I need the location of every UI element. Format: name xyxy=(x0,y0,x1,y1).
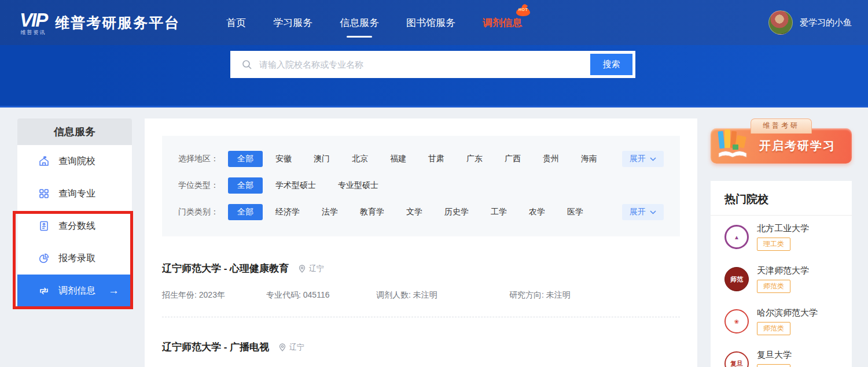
university-category-badge: 师范类 xyxy=(757,322,790,335)
chevron-down-icon xyxy=(650,157,656,161)
arrow-right-icon: → xyxy=(108,284,119,297)
filter-option[interactable]: 全部 xyxy=(228,151,263,167)
filter-option[interactable]: 工学 xyxy=(481,204,516,220)
university-category-badge: 综合类 xyxy=(757,364,790,367)
search-input[interactable] xyxy=(252,53,590,76)
result-head: 辽宁师范大学 - 广播电视辽宁 xyxy=(162,340,680,354)
transfer-icon xyxy=(38,285,50,296)
user-avatar[interactable] xyxy=(768,10,793,35)
filter-option[interactable]: 法学 xyxy=(312,204,347,220)
result-field: 研究方向: 未注明 xyxy=(509,290,680,301)
result-fields: 招生年份: 2023年专业代码: 045116调剂人数: 未注明研究方向: 未注… xyxy=(162,290,680,301)
filter-option[interactable]: 澳门 xyxy=(304,151,339,167)
location-pin-icon xyxy=(298,265,306,273)
site-title: 维普考研服务平台 xyxy=(55,13,180,32)
hero-banner: 搜索 xyxy=(0,45,868,107)
search-button[interactable]: 搜索 xyxy=(590,54,632,75)
filter-option[interactable]: 广西 xyxy=(495,151,530,167)
filter-option[interactable]: 学术型硕士 xyxy=(266,177,325,194)
filter-option[interactable]: 全部 xyxy=(228,204,263,220)
result-item-0: 辽宁师范大学 - 心理健康教育辽宁招生年份: 2023年专业代码: 045116… xyxy=(162,236,680,317)
document-icon xyxy=(38,220,50,232)
sidebar-menu: 查询院校查询专业查分数线报考录取调剂信息→ xyxy=(17,145,132,307)
filter-option[interactable]: 农学 xyxy=(520,204,554,220)
result-field: 专业代码: 045116 xyxy=(266,290,376,301)
university-info: 天津师范大学师范类 xyxy=(757,265,809,293)
sidebar-item-label: 调剂信息 xyxy=(58,285,95,297)
result-title[interactable]: 辽宁师范大学 - 心理健康教育 xyxy=(162,262,289,275)
university-item-1[interactable]: 师范天津师范大学师范类 xyxy=(711,258,852,300)
sidebar-item-label: 查分数线 xyxy=(58,220,95,232)
location-pin-icon xyxy=(278,343,286,351)
filter-option[interactable]: 甘肃 xyxy=(419,151,454,167)
result-location-label: 辽宁 xyxy=(289,342,304,353)
filter-option[interactable]: 专业型硕士 xyxy=(329,177,388,194)
university-name: 北方工业大学 xyxy=(757,223,809,234)
university-logo: 复旦 xyxy=(724,351,749,367)
filter-option[interactable]: 广东 xyxy=(457,151,492,167)
chevron-down-icon xyxy=(650,210,656,214)
sidebar-item-1[interactable]: 查询专业 xyxy=(17,177,132,210)
user-account[interactable]: 爱学习的小鱼 xyxy=(768,10,852,35)
sidebar-item-0[interactable]: 查询院校 xyxy=(17,145,132,177)
filter-option[interactable]: 全部 xyxy=(228,177,263,194)
search-icon xyxy=(242,60,252,70)
filter-option[interactable]: 海南 xyxy=(572,151,606,167)
nav-item-0[interactable]: 首页 xyxy=(226,16,246,29)
filter-option[interactable]: 安徽 xyxy=(266,151,301,167)
filter-option[interactable]: 经济学 xyxy=(266,204,309,220)
banner-body: 开启考研学习 xyxy=(711,128,852,164)
vip-logo-text: VIP xyxy=(20,10,47,29)
university-logo: 师范 xyxy=(724,267,749,291)
university-item-3[interactable]: 复旦复旦大学综合类 xyxy=(711,342,852,367)
university-info: 北方工业大学理工类 xyxy=(757,223,809,251)
filter-option[interactable]: 历史学 xyxy=(435,204,478,220)
result-item-1: 辽宁师范大学 - 广播电视辽宁招生年份: 2023年专业代码: 135105调剂… xyxy=(162,317,680,367)
expand-label: 展开 xyxy=(630,154,646,164)
nav-item-2[interactable]: 信息服务 xyxy=(340,16,379,29)
university-item-0[interactable]: ▲北方工业大学理工类 xyxy=(711,216,852,258)
expand-label: 展开 xyxy=(630,207,646,217)
expand-button[interactable]: 展开 xyxy=(622,204,664,220)
result-location: 辽宁 xyxy=(278,342,304,353)
popular-universities-panel: 热门院校 ▲北方工业大学理工类师范天津师范大学师范类❀哈尔滨师范大学师范类复旦复… xyxy=(711,181,852,367)
university-name: 复旦大学 xyxy=(757,350,792,361)
filter-option[interactable]: 教育学 xyxy=(351,204,393,220)
nav-item-1[interactable]: 学习服务 xyxy=(273,16,312,29)
right-column: 维普考研 开启考研学习 热门院校 ▲北方工业大学理工类师范天津师范大学师范类❀哈… xyxy=(711,118,852,367)
sidebar-item-2[interactable]: 查分数线 xyxy=(17,210,132,242)
filter-row-1: 学位类型：全部学术型硕士专业型硕士 xyxy=(178,177,664,194)
university-name: 天津师范大学 xyxy=(757,265,809,276)
nav-item-4[interactable]: 调剂信息HOT xyxy=(483,16,522,29)
grid-icon xyxy=(38,188,50,199)
study-promo-banner[interactable]: 维普考研 开启考研学习 xyxy=(711,118,852,165)
site-logo[interactable]: VIP 维普资讯 维普考研服务平台 xyxy=(20,10,180,35)
main-content-panel: 选择地区：全部安徽澳门北京福建甘肃广东广西贵州海南展开学位类型：全部学术型硕士专… xyxy=(145,118,697,367)
university-item-2[interactable]: ❀哈尔滨师范大学师范类 xyxy=(711,300,852,342)
filter-options: 全部经济学法学教育学文学历史学工学农学医学 xyxy=(228,204,593,220)
university-info: 复旦大学综合类 xyxy=(757,350,792,367)
banner-tab-label: 维普考研 xyxy=(751,118,812,134)
filter-row-2: 门类类别：全部经济学法学教育学文学历史学工学农学医学展开 xyxy=(178,204,664,220)
filter-label: 学位类型： xyxy=(178,180,228,191)
filter-options: 全部学术型硕士专业型硕士 xyxy=(228,177,388,194)
expand-button[interactable]: 展开 xyxy=(622,151,664,167)
sidebar-item-label: 报考录取 xyxy=(58,253,95,265)
university-name: 哈尔滨师范大学 xyxy=(757,307,818,318)
sidebar-item-4[interactable]: 调剂信息→ xyxy=(17,275,132,307)
filter-option[interactable]: 北京 xyxy=(343,151,377,167)
filter-option[interactable]: 福建 xyxy=(381,151,415,167)
popular-universities-title: 热门院校 xyxy=(711,181,852,215)
university-category-badge: 师范类 xyxy=(757,280,790,293)
result-title[interactable]: 辽宁师范大学 - 广播电视 xyxy=(162,340,269,354)
filter-option[interactable]: 文学 xyxy=(397,204,432,220)
filter-label: 选择地区： xyxy=(178,154,228,164)
filter-option[interactable]: 医学 xyxy=(558,204,593,220)
filter-row-0: 选择地区：全部安徽澳门北京福建甘肃广东广西贵州海南展开 xyxy=(178,151,664,167)
sidebar-item-label: 查询院校 xyxy=(58,155,95,168)
filter-options: 全部安徽澳门北京福建甘肃广东广西贵州海南 xyxy=(228,151,606,167)
sidebar-item-3[interactable]: 报考录取 xyxy=(17,242,132,275)
search-bar: 搜索 xyxy=(230,51,635,78)
filter-option[interactable]: 贵州 xyxy=(534,151,568,167)
nav-item-3[interactable]: 图书馆服务 xyxy=(406,16,455,29)
